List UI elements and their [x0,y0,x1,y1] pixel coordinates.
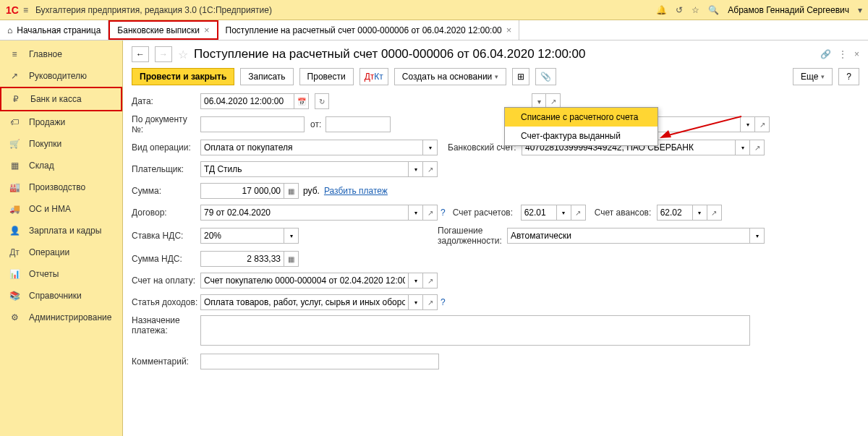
tabbar: ⌂ Начальная страница Банковские выписки … [0,20,868,40]
close-icon[interactable]: × [854,49,859,59]
dropdown-item-invoice[interactable]: Счет-фактура выданный [505,127,658,145]
dd-icon[interactable]: ▾ [736,140,750,155]
payer-input[interactable] [200,161,409,177]
boxes-icon: ▦ [9,161,20,171]
sidebar-item-bank[interactable]: ₽Банк и касса [0,87,122,111]
favorite-icon[interactable]: ☆ [178,48,188,61]
acct-adv-input[interactable] [657,205,693,221]
create-based-button[interactable]: Создать на основании [394,68,507,85]
purpose-textarea[interactable] [200,315,750,346]
vat-rate-input[interactable] [200,228,284,244]
post-button[interactable]: Провести [299,68,354,85]
label-docnum: По документу №: [132,114,200,134]
structure-button[interactable]: ⊞ [512,68,529,85]
attach-button[interactable]: 📎 [535,68,556,85]
more-icon[interactable]: ⋮ [838,49,847,59]
home-tab[interactable]: ⌂ Начальная страница [0,20,109,40]
dd-icon[interactable]: ▾ [409,294,423,310]
ext-icon[interactable]: ↗ [755,116,770,132]
close-icon[interactable]: × [204,25,210,35]
label-optype: Вид операции: [132,142,200,153]
ext-icon[interactable]: ↗ [707,205,722,221]
dropdown-item-writeoff[interactable]: Списание с расчетного счета [505,108,658,127]
save-button[interactable]: Записать [240,68,293,85]
label-contract: Договор: [132,208,200,218]
dd-icon[interactable]: ▾ [557,205,571,221]
sidebar-item-admin[interactable]: ⚙Администрирование [0,307,122,328]
calc-icon[interactable]: ▦ [284,251,299,267]
history-icon[interactable]: ↺ [676,5,683,15]
ext-icon[interactable]: ↗ [423,294,438,310]
sidebar: ≡Главное ↗Руководителю ₽Банк и касса 🏷Пр… [0,40,123,436]
page-title: Поступление на расчетный счет 0000-00000… [194,47,586,61]
label-income: Статья доходов: [132,297,200,307]
user-name[interactable]: Абрамов Геннадий Сергеевич [728,5,849,15]
label-purpose: Назначение платежа: [132,315,200,335]
dd-icon[interactable]: ▾ [284,228,299,244]
invoice-input[interactable] [200,273,409,288]
acct-settle-input[interactable] [521,205,557,221]
vat-sum-input[interactable] [200,251,284,267]
dd-icon[interactable]: ▾ [693,205,707,221]
dd-icon[interactable]: ▾ [409,273,423,288]
more-button[interactable]: Еще [793,68,833,85]
optype-input[interactable] [200,140,423,155]
help-button[interactable]: ? [838,68,859,85]
debt-input[interactable] [507,228,750,244]
sidebar-item-lead[interactable]: ↗Руководителю [0,65,122,87]
dd-icon[interactable]: ▾ [750,228,765,244]
sidebar-item-prod[interactable]: 🏭Производство [0,176,122,198]
tab-receipt[interactable]: Поступление на расчетный счет 0000-00000… [218,20,520,40]
sidebar-item-refs[interactable]: 📚Справочники [0,285,122,307]
app-title: Бухгалтерия предприятия, редакция 3.0 (1… [35,5,656,15]
dd-icon[interactable]: ▾ [409,161,423,177]
sidebar-item-ops[interactable]: ДтОперации [0,241,122,263]
help-icon[interactable]: ? [441,297,446,307]
ext-icon[interactable]: ↗ [750,140,765,155]
refresh-icon[interactable]: ↻ [315,93,329,109]
date-input[interactable] [200,93,294,109]
sidebar-item-salary[interactable]: 👤Зарплата и кадры [0,220,122,241]
sidebar-item-os[interactable]: 🚚ОС и НМА [0,198,122,220]
dd-icon[interactable]: ▾ [409,205,423,221]
bars-icon: 📊 [9,269,20,279]
search-icon[interactable]: 🔍 [708,5,719,15]
ext-icon[interactable]: ↗ [423,161,438,177]
logo-1c: 1C [6,4,19,16]
tag-icon: 🏷 [9,117,20,127]
dt-kt-button[interactable]: ДтКт [359,68,388,85]
ruble-icon: ₽ [10,94,22,104]
post-close-button[interactable]: Провести и закрыть [132,68,234,85]
docnum-input[interactable] [200,116,305,132]
forward-button[interactable]: → [155,46,172,62]
dd-icon[interactable]: ▾ [423,140,438,155]
sidebar-item-reports[interactable]: 📊Отчеты [0,263,122,285]
calc-icon[interactable]: ▦ [284,183,299,199]
sidebar-item-menu[interactable]: ≡Главное [0,43,122,65]
sidebar-item-sales[interactable]: 🏷Продажи [0,111,122,133]
contract-input[interactable] [200,205,409,221]
sidebar-item-buy[interactable]: 🛒Покупки [0,133,122,155]
book-icon: 📚 [9,291,20,301]
help-icon[interactable]: ? [441,208,446,218]
main-content: ← → ☆ Поступление на расчетный счет 0000… [123,40,868,436]
sidebar-item-stock[interactable]: ▦Склад [0,155,122,176]
link-icon[interactable]: 🔗 [820,49,831,59]
from-input[interactable] [326,116,391,132]
ext-icon[interactable]: ↗ [423,273,438,288]
tab-bank-statements[interactable]: Банковские выписки × [109,20,218,40]
comment-input[interactable] [200,354,439,369]
bell-icon[interactable]: 🔔 [656,5,667,15]
star-icon[interactable]: ☆ [692,5,699,15]
income-input[interactable] [200,294,409,310]
menu-icon[interactable]: ≡ [23,5,28,15]
back-button[interactable]: ← [132,46,149,62]
ext-icon[interactable]: ↗ [423,205,438,221]
user-menu-icon[interactable]: ▾ [858,5,862,15]
ext-icon[interactable]: ↗ [571,205,586,221]
dd-icon[interactable]: ▾ [741,116,755,132]
sum-input[interactable] [200,183,284,199]
calendar-icon[interactable]: 📅 [294,93,309,109]
close-icon[interactable]: × [506,25,512,35]
split-payment-link[interactable]: Разбить платеж [324,186,388,196]
